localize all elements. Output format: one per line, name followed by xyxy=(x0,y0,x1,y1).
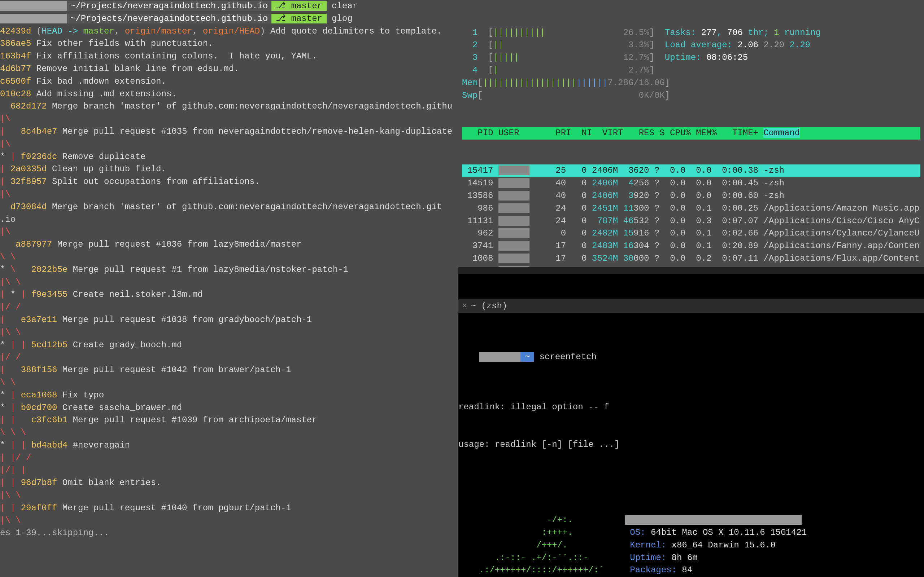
git-log-line: | e3a7e11 Merge pull request #1038 from … xyxy=(0,314,459,326)
prompt-line: ~screenfetch xyxy=(459,338,924,376)
git-log-line: 163b4f Fix affiliations containing colon… xyxy=(0,50,459,63)
error-line: readlink: illegal option -- f xyxy=(459,401,924,414)
git-log-line: 682d172 Merge branch 'master' of github.… xyxy=(0,100,459,113)
process-row[interactable]: 14519 40 0 2406M 4256 ? 0.0 0.0 0:00.45 … xyxy=(462,177,921,190)
git-log-line: | |/ / xyxy=(0,452,459,464)
git-log-line: | | c3fc6b1 Merge pull request #1039 fro… xyxy=(0,414,459,427)
process-row[interactable]: 962 0 0 2482M 15916 ? 0.0 0.1 0:02.66 /A… xyxy=(462,227,921,240)
git-log-line: * \ 2022b5e Merge pull request #1 from l… xyxy=(0,264,459,276)
user-segment xyxy=(0,1,67,11)
command-text: screenfetch xyxy=(539,352,596,362)
git-log-pane[interactable]: ~/Projects/neveragaindottech.github.io⎇ … xyxy=(0,0,459,577)
git-log-line: a887977 Merge pull request #1036 from la… xyxy=(0,239,459,251)
git-log-line: \ \ xyxy=(0,377,459,389)
git-log-line: | * | f9e3455 Create neil.stoker.l8m.md xyxy=(0,288,459,301)
error-line: usage: readlink [-n] [file ...] xyxy=(459,438,924,451)
git-log-line: .io xyxy=(0,213,459,226)
git-log-line: * | | bd4abd4 #neveragain xyxy=(0,439,459,452)
git-log-line: | 2a0335d Clean up github field. xyxy=(0,163,459,176)
branch-segment: ⎇ master xyxy=(271,1,327,11)
git-log-line: * | f0236dc Remove duplicate xyxy=(0,151,459,163)
git-log-line: |\ \ xyxy=(0,326,459,339)
user-segment xyxy=(479,352,520,362)
git-log-line: 010c28 Add missing .md extensions. xyxy=(0,88,459,101)
htop-pane[interactable]: 1 [|||||||||| 26.5%] Tasks: 277, 706 thr… xyxy=(459,0,924,267)
git-log-line: |/ / xyxy=(0,301,459,314)
git-log-output[interactable]: 42439d (HEAD -> master, origin/master, o… xyxy=(0,25,459,527)
process-row[interactable]: 15417 25 0 2406M 3620 ? 0.0 0.0 0:00.38 … xyxy=(462,164,921,177)
git-log-line: |\ \ xyxy=(0,489,459,502)
git-log-line: |/| | xyxy=(0,464,459,477)
user-segment xyxy=(0,14,67,23)
htop-meters: 1 [|||||||||| 26.5%] Tasks: 277, 706 thr… xyxy=(462,27,921,102)
git-log-line: |\ \ xyxy=(0,276,459,289)
terminal-tab-title[interactable]: ×~ (zsh) xyxy=(459,299,924,313)
command-text: clear xyxy=(332,1,358,11)
close-icon[interactable]: × xyxy=(462,301,467,311)
prompt-line-2: ~/Projects/neveragaindottech.github.io⎇ … xyxy=(0,13,459,25)
process-row[interactable]: 13586 40 0 2406M 3920 ? 0.0 0.0 0:00.60 … xyxy=(462,190,921,202)
process-row[interactable]: 1113 17 0 3266M 263M ? 0.0 1.6 3:34.40 /… xyxy=(462,265,921,267)
git-log-line: | | 29af0ff Merge pull request #1040 fro… xyxy=(0,502,459,515)
path-segment: ~ xyxy=(520,352,534,362)
command-text: glog xyxy=(332,14,353,23)
blank-line xyxy=(459,476,924,489)
git-log-line: * | eca1068 Fix typo xyxy=(0,389,459,402)
git-log-line: | 8c4b4e7 Merge pull request #1035 from … xyxy=(0,126,459,138)
git-log-line: | 388f156 Merge pull request #1042 from … xyxy=(0,364,459,377)
screenfetch-pane[interactable]: ×~ (zsh) ~screenfetch readlink: illegal … xyxy=(459,274,924,577)
git-log-line: | | 96d7b8f Omit blank entries. xyxy=(0,477,459,489)
htop-header-row[interactable]: PID USER PRI NI VIRT RES S CPU% MEM% TIM… xyxy=(462,127,921,140)
git-log-line: 4d6b77 Remove initial blank line from ed… xyxy=(0,63,459,76)
path-segment: ~/Projects/neveragaindottech.github.io xyxy=(67,1,271,11)
git-log-line: |\ xyxy=(0,226,459,239)
process-row[interactable]: 1008 17 0 3524M 30000 ? 0.0 0.2 0:07.11 … xyxy=(462,253,921,265)
git-log-line: d73084d Merge branch 'master' of github.… xyxy=(0,201,459,213)
git-log-line: |/ / xyxy=(0,351,459,364)
git-log-line: \ \ \ xyxy=(0,427,459,439)
branch-segment: ⎇ master xyxy=(271,14,327,23)
htop-process-list[interactable]: 15417 25 0 2406M 3620 ? 0.0 0.0 0:00.38 … xyxy=(462,164,921,267)
path-segment: ~/Projects/neveragaindottech.github.io xyxy=(67,14,271,23)
git-log-line: |\ xyxy=(0,188,459,201)
screenfetch-output: -/+:. :++++. OS: 64bit Mac OS X 10.11.6 … xyxy=(459,514,924,577)
git-log-line: * | | 5cd12b5 Create grady_booch.md xyxy=(0,339,459,351)
git-log-line: 386ae5 Fix other fields with punctuation… xyxy=(0,37,459,50)
git-log-line: |\ xyxy=(0,113,459,126)
git-log-line: * | b0cd700 Create sascha_brawer.md xyxy=(0,402,459,414)
process-row[interactable]: 986 24 0 2451M 11300 ? 0.0 0.1 0:00.25 /… xyxy=(462,202,921,215)
git-log-line: 42439d (HEAD -> master, origin/master, o… xyxy=(0,25,459,38)
prompt-line-1: ~/Projects/neveragaindottech.github.io⎇ … xyxy=(0,0,459,13)
git-log-line: |\ xyxy=(0,138,459,151)
git-log-line: c6500f Fix bad .mdown extension. xyxy=(0,76,459,88)
process-row[interactable]: 3741 17 0 2483M 16304 ? 0.0 0.1 0:20.89 … xyxy=(462,240,921,253)
pager-status: es 1-39...skipping... xyxy=(0,527,459,540)
git-log-line: |\ \ xyxy=(0,515,459,527)
git-log-line: \ \ xyxy=(0,251,459,264)
git-log-line: | 32f8957 Split out occupations from aff… xyxy=(0,176,459,188)
process-row[interactable]: 11131 24 0 787M 46532 ? 0.0 0.3 0:07.07 … xyxy=(462,215,921,227)
